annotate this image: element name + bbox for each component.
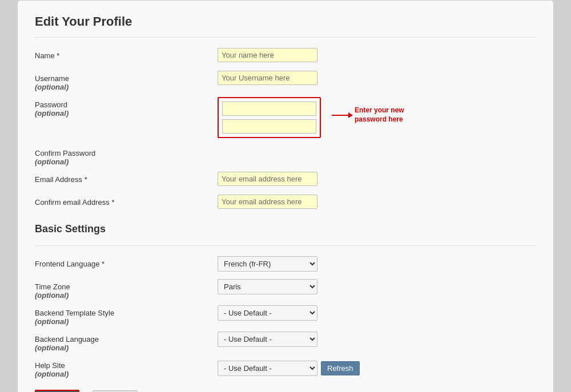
arrow-line <box>332 115 352 116</box>
frontend-language-row: Frontend Language * French (fr-FR) <box>35 256 536 273</box>
frontend-language-label: Frontend Language * <box>35 256 218 268</box>
backend-language-label: Backend Language (optional) <box>35 332 218 352</box>
submit-button[interactable]: SUBMIT <box>35 390 79 392</box>
frontend-language-select[interactable]: French (fr-FR) <box>218 256 317 272</box>
refresh-button[interactable]: Refresh <box>321 361 360 375</box>
password-labels: Password (optional) Confirm Password (op… <box>35 97 218 166</box>
name-input[interactable] <box>218 48 317 62</box>
password-annotation: Enter your new password here <box>332 106 412 124</box>
page-title: Edit Your Profile <box>35 14 536 29</box>
email-label: Email Address * <box>35 172 218 184</box>
help-site-row: Help Site (optional) - Use Default - Ref… <box>35 358 536 378</box>
email-row: Email Address * <box>35 172 536 189</box>
timezone-row: Time Zone (optional) Paris <box>35 279 536 300</box>
backend-template-row: Backend Template Style (optional) - Use … <box>35 305 536 326</box>
backend-template-label: Backend Template Style (optional) <box>35 305 218 326</box>
name-label: Name * <box>35 48 218 60</box>
username-row: Username (optional) <box>35 71 536 91</box>
confirm-email-row: Confirm email Address * <box>35 195 536 212</box>
timezone-select[interactable]: Paris <box>218 279 317 294</box>
name-row: Name * <box>35 48 536 65</box>
basic-settings-heading: Basic Settings <box>35 223 536 235</box>
backend-template-select[interactable]: - Use Default - <box>218 305 317 321</box>
timezone-label: Time Zone (optional) <box>35 279 218 300</box>
profile-form-card: Edit Your Profile Name * Username (optio… <box>17 0 554 392</box>
password-section-row: Password (optional) Confirm Password (op… <box>35 97 536 166</box>
help-site-select[interactable]: - Use Default - <box>218 361 317 376</box>
confirm-password-input[interactable] <box>222 119 316 134</box>
email-input[interactable] <box>218 172 317 186</box>
help-site-label: Help Site (optional) <box>35 358 218 378</box>
submit-area: SUBMIT or CANCEL <box>35 390 536 392</box>
password-group-wrapper: Enter your new password here <box>218 97 321 138</box>
confirm-email-input[interactable] <box>218 195 317 209</box>
username-input[interactable] <box>218 71 317 85</box>
username-label: Username (optional) <box>35 71 218 91</box>
confirm-email-label: Confirm email Address * <box>35 195 218 207</box>
backend-language-row: Backend Language (optional) - Use Defaul… <box>35 332 536 352</box>
backend-language-select[interactable]: - Use Default - <box>218 332 317 347</box>
password-input[interactable] <box>222 102 316 116</box>
password-group <box>218 97 321 138</box>
